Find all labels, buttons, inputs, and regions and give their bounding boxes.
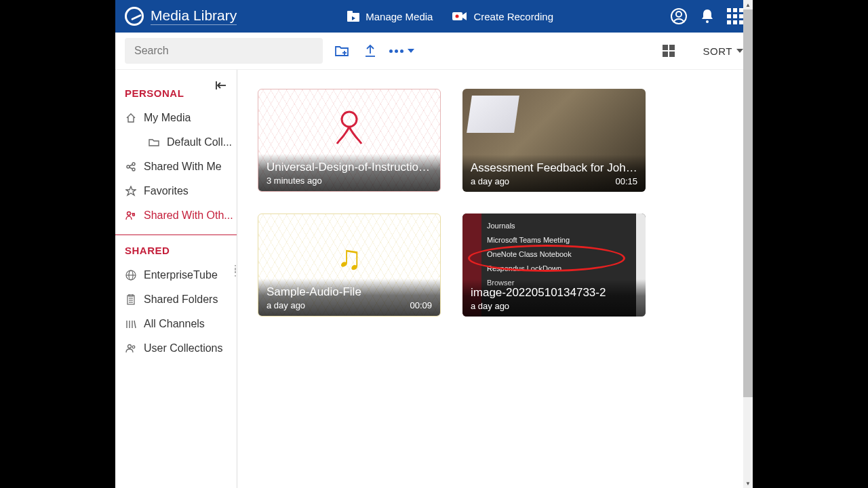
add-folder-button[interactable] (332, 41, 351, 60)
chevron-down-icon (736, 49, 743, 53)
sidebar-item-default-collection[interactable]: Default Coll... (115, 130, 237, 155)
annotation-circle-icon (468, 245, 625, 272)
upload-button[interactable] (361, 41, 380, 60)
section-header-shared: SHARED (115, 235, 237, 263)
ellipsis-icon (389, 49, 403, 53)
svg-rect-1 (347, 11, 353, 14)
library-icon (125, 318, 137, 330)
resize-handle[interactable]: ⋮⋮ (231, 266, 240, 274)
media-card[interactable]: ♫ Sample-Audio-File a day ago 00:09 (258, 214, 441, 317)
sidebar-item-label: Shared With Oth... (144, 209, 233, 222)
sidebar-item-shared-with-others[interactable]: Shared With Oth... (115, 203, 237, 228)
globe-icon (125, 269, 137, 281)
card-title: Universal-Design-of-Instruction-... (267, 161, 432, 174)
sort-label: SORT (703, 45, 732, 57)
sidebar-item-label: Shared Folders (144, 293, 218, 306)
svg-point-36 (128, 345, 132, 348)
search-box[interactable] (125, 38, 323, 64)
svg-line-19 (130, 167, 132, 169)
sidebar-item-user-collections[interactable]: User Collections (115, 336, 237, 361)
card-title: image-20220510134733-2 (471, 286, 637, 300)
home-icon (125, 112, 137, 124)
card-timestamp: 3 minutes ago (267, 176, 322, 186)
svg-line-35 (134, 321, 136, 328)
window-scrollbar[interactable]: ▲ ▼ (743, 0, 753, 488)
scroll-down-icon[interactable]: ▼ (743, 479, 753, 488)
sidebar-item-shared-folders[interactable]: Shared Folders (115, 287, 237, 312)
brand-title: Media Library (151, 7, 237, 25)
svg-marker-4 (462, 12, 467, 20)
media-grid: Universal-Design-of-Instruction-... 3 mi… (258, 89, 732, 317)
media-card[interactable]: Journals Microsoft Teams Meeting OneNote… (462, 214, 646, 317)
sidebar-item-label: My Media (144, 112, 191, 124)
svg-point-38 (342, 112, 357, 127)
brand-logo-wrap[interactable]: Media Library (125, 7, 237, 26)
svg-point-17 (132, 168, 135, 171)
card-title: Sample-Audio-File (267, 285, 432, 299)
folder-icon (347, 10, 360, 22)
manage-media-button[interactable]: Manage Media (341, 10, 438, 22)
sidebar-item-label: All Channels (144, 318, 205, 330)
manage-media-label: Manage Media (366, 11, 433, 22)
media-card[interactable]: Assessment Feedback for John ... a day a… (462, 89, 646, 192)
users-icon (125, 342, 137, 354)
top-navbar: Media Library Manage Media Create Record… (115, 0, 753, 33)
logo-icon (125, 7, 144, 26)
sidebar-item-label: Favorites (144, 185, 189, 197)
card-duration: 00:15 (615, 176, 637, 186)
content-area: Universal-Design-of-Instruction-... 3 mi… (237, 70, 753, 488)
more-actions-button[interactable] (389, 49, 414, 53)
sidebar: PERSONAL My Media Default Coll... Shared… (115, 70, 237, 488)
bell-icon[interactable] (700, 8, 715, 24)
pdf-icon (333, 108, 366, 149)
svg-point-7 (676, 12, 682, 17)
sidebar-item-shared-with-me[interactable]: Shared With Me (115, 155, 237, 179)
create-recording-button[interactable]: Create Recording (446, 10, 559, 22)
sidebar-item-my-media[interactable]: My Media (115, 106, 237, 130)
card-overlay: Universal-Design-of-Instruction-... 3 mi… (258, 154, 440, 191)
music-note-icon: ♫ (336, 238, 362, 277)
card-overlay: Assessment Feedback for John ... a day a… (462, 155, 646, 192)
card-overlay: image-20220510134733-2 a day ago (462, 279, 646, 317)
card-duration: 00:09 (410, 300, 432, 310)
scroll-thumb[interactable] (743, 9, 753, 397)
sort-button[interactable]: SORT (703, 45, 743, 57)
create-recording-label: Create Recording (473, 11, 553, 22)
camera-icon (452, 10, 468, 22)
card-title: Assessment Feedback for John ... (471, 161, 637, 175)
search-input[interactable] (134, 45, 313, 57)
svg-point-16 (132, 163, 135, 165)
scroll-up-icon[interactable]: ▲ (743, 0, 753, 9)
sidebar-item-all-channels[interactable]: All Channels (115, 312, 237, 336)
chevron-down-icon (408, 49, 414, 53)
svg-point-8 (706, 20, 709, 23)
collapse-sidebar-button[interactable] (215, 80, 227, 94)
svg-point-15 (127, 165, 130, 168)
sidebar-item-favorites[interactable]: Favorites (115, 179, 237, 203)
star-icon (125, 185, 137, 197)
sidebar-item-enterprisetube[interactable]: EnterpriseTube (115, 263, 237, 287)
svg-point-37 (132, 346, 135, 348)
share-icon (125, 161, 137, 173)
svg-point-5 (456, 15, 459, 18)
grid-view-button[interactable] (663, 45, 675, 57)
toolbar: SORT (115, 33, 753, 70)
media-card[interactable]: Universal-Design-of-Instruction-... 3 mi… (258, 89, 441, 192)
card-timestamp: a day ago (267, 300, 305, 310)
card-timestamp: a day ago (471, 301, 509, 311)
sidebar-item-label: Shared With Me (144, 161, 222, 173)
apps-grid-icon[interactable] (727, 8, 743, 24)
svg-marker-20 (126, 186, 136, 195)
svg-point-21 (127, 212, 131, 216)
card-overlay: Sample-Audio-File a day ago 00:09 (258, 279, 440, 316)
folder-icon (148, 136, 160, 148)
sidebar-item-label: EnterpriseTube (144, 269, 218, 281)
card-timestamp: a day ago (471, 176, 509, 186)
svg-point-22 (133, 214, 135, 216)
svg-line-18 (130, 165, 132, 166)
sidebar-item-label: User Collections (144, 342, 222, 354)
clipboard-icon (125, 293, 137, 306)
sidebar-item-label: Default Coll... (167, 136, 232, 148)
share-out-icon (125, 209, 137, 222)
profile-icon[interactable] (670, 7, 688, 25)
